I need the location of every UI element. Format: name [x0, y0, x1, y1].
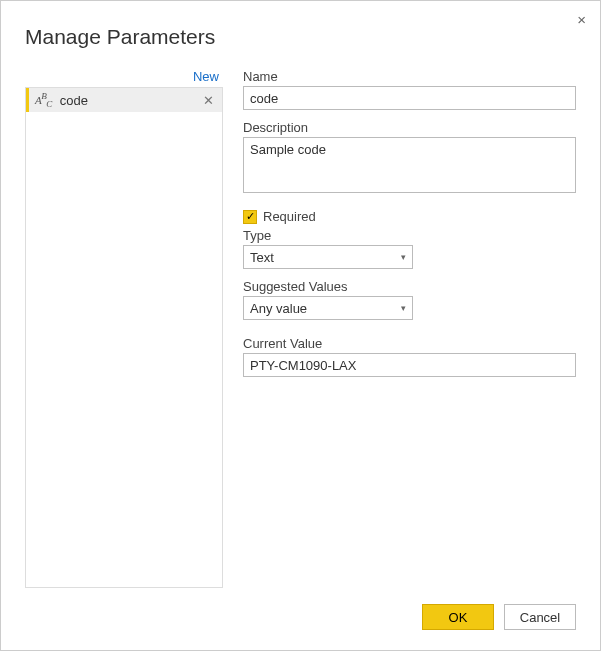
delete-parameter-icon[interactable]: ✕: [201, 93, 216, 108]
text-type-icon: ABC: [35, 91, 52, 109]
name-input[interactable]: [243, 86, 576, 110]
parameter-list-item[interactable]: ABC code ✕: [26, 88, 222, 112]
manage-parameters-dialog: × Manage Parameters New ABC code ✕ Name …: [0, 0, 601, 651]
close-icon[interactable]: ×: [577, 11, 586, 28]
current-value-label: Current Value: [243, 336, 576, 351]
parameter-form: Name Description ✓ Required Type Text ▾ …: [243, 69, 576, 588]
ok-button[interactable]: OK: [422, 604, 494, 630]
dialog-title: Manage Parameters: [25, 25, 576, 49]
required-label: Required: [263, 209, 316, 224]
type-label: Type: [243, 228, 576, 243]
cancel-button[interactable]: Cancel: [504, 604, 576, 630]
parameter-list: ABC code ✕: [25, 87, 223, 588]
suggested-values-dropdown[interactable]: Any value ▾: [243, 296, 413, 320]
name-label: Name: [243, 69, 576, 84]
type-dropdown-value: Text: [250, 250, 401, 265]
suggested-values-dropdown-value: Any value: [250, 301, 401, 316]
parameter-item-label: code: [60, 93, 201, 108]
description-input[interactable]: [243, 137, 576, 193]
chevron-down-icon: ▾: [401, 252, 406, 262]
new-parameter-link[interactable]: New: [25, 69, 223, 87]
current-value-input[interactable]: [243, 353, 576, 377]
suggested-values-label: Suggested Values: [243, 279, 576, 294]
type-dropdown[interactable]: Text ▾: [243, 245, 413, 269]
dialog-footer: OK Cancel: [25, 588, 576, 630]
chevron-down-icon: ▾: [401, 303, 406, 313]
description-label: Description: [243, 120, 576, 135]
required-checkbox[interactable]: ✓: [243, 210, 257, 224]
parameter-list-panel: New ABC code ✕: [25, 69, 223, 588]
